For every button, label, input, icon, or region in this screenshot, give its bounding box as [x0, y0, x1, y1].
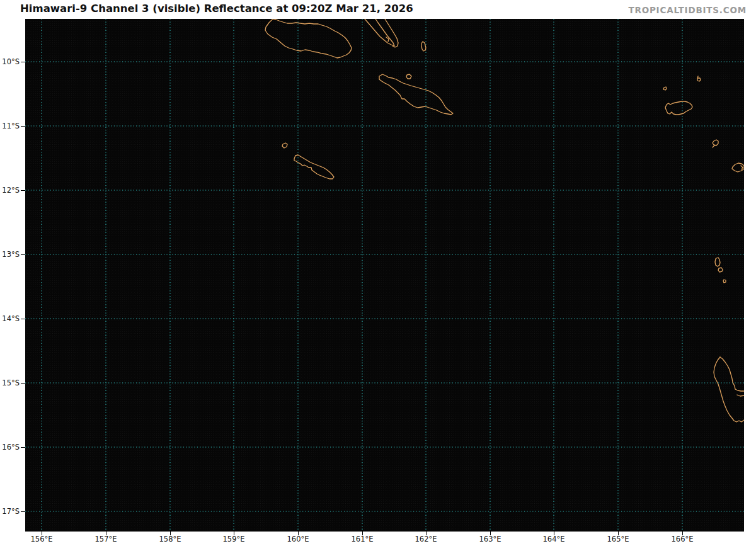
malaita-south-coastline — [365, 19, 394, 46]
torres-south-coastline — [723, 280, 726, 283]
grid-layer — [25, 19, 744, 532]
x-tick-label: 158°E — [159, 535, 181, 543]
y-tick-label: 17°S — [0, 507, 20, 516]
y-tick-label: 11°S — [0, 122, 20, 130]
guadalcanal-coastline — [265, 19, 352, 58]
torres-north-coastline — [715, 258, 720, 266]
ulawa-coastline — [421, 42, 426, 51]
x-tick-label: 166°E — [672, 535, 694, 543]
site-watermark: TROPICALTIDBITS.COM — [628, 5, 747, 15]
y-tick-mark — [21, 126, 25, 127]
coastline-layer — [265, 19, 744, 422]
y-tick-label: 12°S — [0, 186, 20, 195]
y-tick-label: 16°S — [0, 443, 20, 452]
malo-channel-coastline — [737, 395, 744, 396]
islet-west-of-nendo-coastline — [663, 87, 667, 90]
x-tick-label: 156°E — [31, 535, 53, 543]
makira-coastline — [379, 74, 453, 115]
map-canvas — [25, 19, 744, 532]
y-tick-mark — [21, 447, 25, 448]
y-tick-mark — [21, 319, 25, 319]
maramasike-coastline — [385, 19, 398, 47]
x-tick-label: 161°E — [352, 535, 374, 543]
image-title: Himawari-9 Channel 3 (visible) Reflectan… — [20, 3, 413, 14]
utupua-coastline — [713, 140, 718, 147]
vanikoro-coastline — [732, 163, 744, 172]
x-tick-label: 164°E — [543, 535, 565, 543]
y-tick-mark — [21, 511, 25, 512]
malaita-inlet-coastline — [386, 37, 389, 42]
x-tick-label: 160°E — [287, 535, 309, 543]
satellite-image-page: Himawari-9 Channel 3 (visible) Reflectan… — [0, 0, 756, 546]
y-tick-label: 10°S — [0, 57, 20, 66]
x-tick-label: 159°E — [223, 535, 245, 543]
y-tick-mark — [21, 383, 25, 384]
x-tick-label: 163°E — [479, 535, 501, 543]
x-tick-label: 165°E — [607, 535, 629, 543]
rennell-coastline — [294, 155, 334, 179]
x-tick-label: 162°E — [415, 535, 437, 543]
y-tick-mark — [21, 254, 25, 255]
y-tick-mark — [21, 190, 25, 191]
x-tick-label: 157°E — [95, 535, 117, 543]
nendo-coastline — [665, 101, 692, 115]
y-tick-mark — [21, 62, 25, 62]
map-svg — [25, 19, 744, 532]
y-tick-label: 13°S — [0, 250, 20, 259]
tinakula-coastline — [697, 76, 701, 81]
espiritu-santo-west-coastline — [714, 357, 744, 422]
bellona-coastline — [282, 143, 287, 148]
espiritu-santo-east-coastline — [720, 357, 744, 391]
torres-mid-coastline — [718, 268, 723, 272]
ugi-coastline — [406, 74, 411, 79]
y-tick-label: 14°S — [0, 314, 20, 323]
y-tick-label: 15°S — [0, 378, 20, 387]
